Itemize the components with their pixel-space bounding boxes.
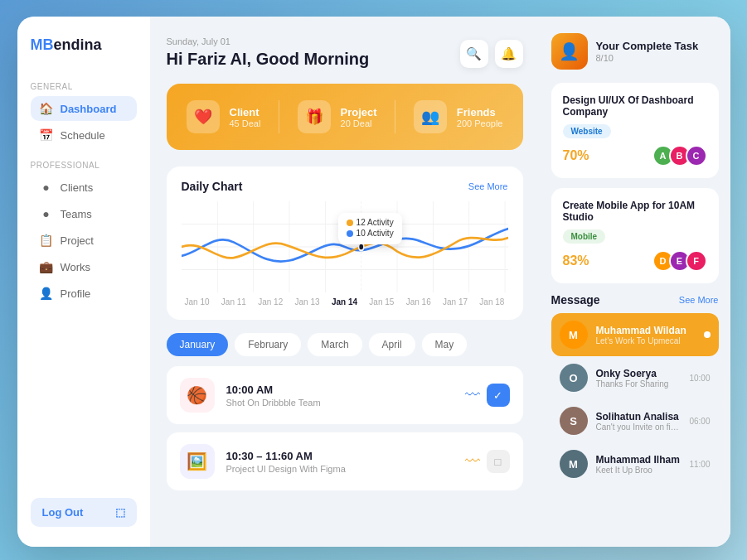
logout-label: Log Out [42,506,84,519]
friends-icon: 👥 [414,100,447,133]
sidebar-label-works: Works [61,261,91,273]
chart-month-5[interactable]: Jan 15 [369,297,394,307]
client-value: 45 Deal [230,118,261,128]
month-tabs: January February March April May [167,333,523,356]
teams-icon: ● [39,207,54,220]
msg-avatar-2: S [560,407,588,435]
sidebar-item-project[interactable]: 📋 Project [31,228,137,253]
msg-info-0: Muhammad Wildan Let's Work To Upmecal [596,325,696,345]
message-title: Message [551,293,600,307]
sidebar-label-project: Project [61,234,94,247]
project-icon: 📋 [39,234,54,247]
nav-general-label: General [31,82,137,91]
msg-name-2: Solihatun Analisa [596,411,682,422]
event-actions-0: 〰 ✓ [465,384,510,407]
task-header: 👤 Your Complete Task 8/10 [551,33,719,70]
event-info-1: 10:30 – 11:60 AM Project UI Design With … [226,450,454,474]
message-dot [704,331,711,338]
logout-button[interactable]: Log Out ⬚ [31,498,137,527]
sidebar-label-profile: Profile [61,287,91,300]
header-actions: 🔍 🔔 [460,40,523,68]
msg-name-1: Onky Soerya [596,368,682,379]
notification-button[interactable]: 🔔 [495,40,523,68]
month-tab-january[interactable]: January [167,333,229,356]
message-see-more[interactable]: See More [679,295,719,305]
msg-info-3: Muhammad Ilham Keet It Up Broo [596,454,682,475]
month-tab-february[interactable]: February [235,333,301,356]
sidebar-label-clients: Clients [61,181,94,194]
chart-month-2[interactable]: Jan 12 [258,297,283,307]
msg-avatar-3: M [560,450,588,478]
chart-month-0[interactable]: Jan 10 [185,297,210,307]
event-name-0: Shot On Dribbble Team [226,398,454,408]
wave-icon: 〰 [465,387,480,404]
task-user-avatar: 👤 [551,33,588,70]
stat-friends: 👥 Friends 200 People [414,100,503,133]
chart-month-7[interactable]: Jan 17 [443,297,468,307]
friends-label: Friends [457,106,503,118]
friends-value: 200 People [457,118,503,128]
logo-mb: MB [31,36,54,53]
event-icon-dribbble: 🏀 [180,378,215,413]
sidebar-item-teams[interactable]: ● Teams [31,201,137,226]
greeting: Hi Fariz AI, Good Morning [167,50,370,69]
task-card-title-0: Design UI/UX Of Dashboard Company [563,94,707,118]
project-value: 20 Deal [341,118,377,128]
event-icon-figma: 🖼️ [180,444,215,479]
chart-month-3[interactable]: Jan 13 [295,297,320,307]
task-progress-1: 83% [563,253,589,268]
task-tag-0: Website [563,124,611,138]
chart-month-4[interactable]: Jan 14 [332,297,357,307]
message-item-2[interactable]: S Solihatun Analisa Can't you Invite on … [551,399,719,442]
month-tab-march[interactable]: March [308,333,361,356]
logout-icon: ⬚ [115,506,125,519]
msg-time-3: 11:00 [689,460,710,469]
works-icon: 💼 [39,260,54,273]
msg-name-3: Muhammad Ilham [596,454,682,466]
msg-name-0: Muhammad Wildan [596,325,696,336]
msg-avatar-0: M [560,321,588,349]
event-check-button-0[interactable]: ✓ [487,384,510,407]
task-card-1: Create Mobile App for 10AM Studio Mobile… [551,188,719,283]
task-progress-row-0: 70% A B C [563,145,707,167]
stats-card: ❤️ Client 45 Deal 🎁 Project 20 Deal 👥 Fr… [167,84,523,150]
msg-time-1: 10:00 [689,374,710,383]
sidebar-label-teams: Teams [61,208,92,220]
project-stat-icon: 🎁 [298,100,331,133]
sidebar-item-works[interactable]: 💼 Works [31,254,137,279]
msg-time-2: 06:00 [689,417,710,426]
task-progress-row-1: 83% D E F [563,250,707,272]
client-icon: ❤️ [187,100,220,133]
message-item-3[interactable]: M Muhammad Ilham Keet It Up Broo 11:00 [551,442,719,485]
event-card-1: 🖼️ 10:30 – 11:60 AM Project UI Design Wi… [167,432,523,490]
msg-info-2: Solihatun Analisa Can't you Invite on fi… [596,411,682,432]
sidebar-item-schedule[interactable]: 📅 Schedule [31,123,137,147]
stat-client: ❤️ Client 45 Deal [187,100,261,133]
sidebar-item-dashboard[interactable]: 🏠 Dashboard [31,96,137,121]
profile-icon: 👤 [39,287,54,300]
event-check-button-1[interactable]: □ [487,450,510,473]
msg-info-1: Onky Soerya Thanks For Sharing [596,368,682,389]
chart-see-more[interactable]: See More [468,181,508,191]
msg-preview-0: Let's Work To Upmecal [596,336,696,345]
msg-preview-3: Keet It Up Broo [596,466,682,475]
task-tag-1: Mobile [563,229,606,244]
month-tab-april[interactable]: April [369,333,415,356]
client-label: Client [230,106,261,118]
search-button[interactable]: 🔍 [460,40,488,68]
chart-month-1[interactable]: Jan 11 [221,297,246,307]
task-member-avatar: F [686,250,707,272]
task-progress-0: 70% [563,148,589,163]
task-card-0: Design UI/UX Of Dashboard Company Websit… [551,83,719,178]
message-item-0[interactable]: M Muhammad Wildan Let's Work To Upmecal [551,313,719,356]
month-tab-may[interactable]: May [422,333,468,356]
task-card-title-1: Create Mobile App for 10AM Studio [563,200,707,223]
message-item-1[interactable]: O Onky Soerya Thanks For Sharing 10:00 [551,356,719,399]
chart-month-6[interactable]: Jan 16 [406,297,431,307]
msg-avatar-1: O [560,364,588,392]
chart-section: Daily Chart See More 12 Activity 10 Acti… [167,167,523,320]
sidebar-item-profile[interactable]: 👤 Profile [31,281,137,306]
sidebar-item-clients[interactable]: ● Clients [31,175,137,200]
message-section: Message See More M Muhammad Wildan Let's… [551,293,719,485]
chart-month-8[interactable]: Jan 18 [479,297,504,307]
